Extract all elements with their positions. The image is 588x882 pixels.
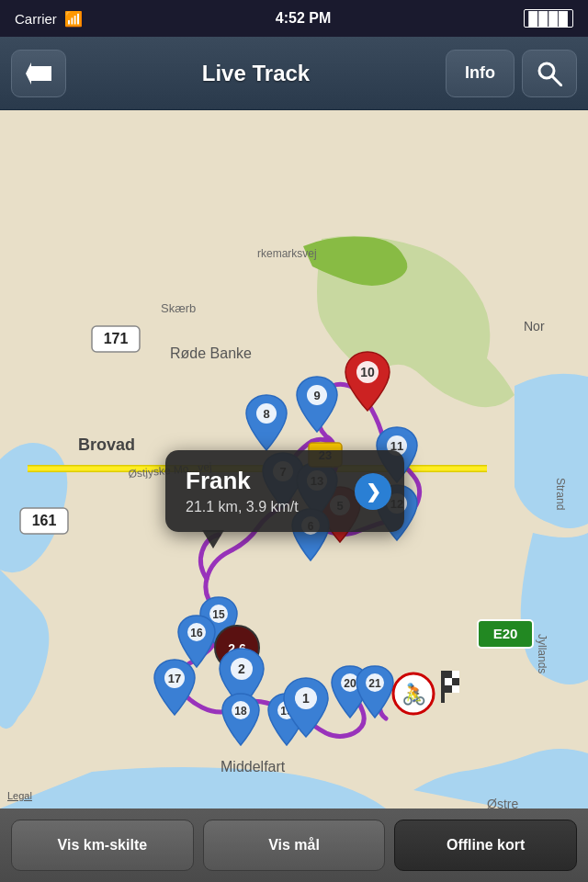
status-carrier: Carrier 📶 [15, 10, 83, 28]
svg-text:Nor: Nor [524, 319, 545, 334]
svg-text:Brovad: Brovad [78, 435, 135, 454]
svg-text:15: 15 [212, 608, 225, 621]
svg-text:Røde Banke: Røde Banke [170, 345, 252, 361]
svg-text:Strand: Strand [554, 478, 567, 510]
svg-text:Middelfart: Middelfart [220, 759, 286, 775]
search-icon [537, 61, 562, 86]
svg-text:18: 18 [234, 705, 247, 718]
wifi-icon: 📶 [64, 10, 83, 28]
status-bar: Carrier 📶 4:52 PM ████ [0, 0, 588, 37]
svg-marker-0 [26, 62, 51, 85]
status-time: 4:52 PM [276, 10, 331, 27]
back-button[interactable] [11, 50, 66, 97]
svg-text:10: 10 [360, 365, 375, 379]
nav-bar: Live Track Info [0, 37, 588, 110]
svg-text:8: 8 [263, 407, 269, 421]
status-battery: ████ [524, 9, 573, 28]
nav-right-buttons: Info [446, 50, 577, 97]
carrier-label: Carrier [15, 11, 57, 27]
bottom-bar: Vis km-skilte Vis mål Offline kort [0, 808, 588, 882]
legal-text[interactable]: Legal [7, 790, 32, 801]
svg-rect-65 [445, 678, 452, 685]
svg-text:21: 21 [368, 677, 381, 690]
svg-rect-62 [441, 671, 445, 703]
svg-line-2 [552, 76, 561, 85]
svg-text:17: 17 [168, 672, 181, 685]
map-container[interactable]: 171 161 E20 Brovad Røde Banke Middelfart… [0, 110, 588, 808]
info-button[interactable]: Info [446, 50, 514, 97]
back-icon [26, 62, 51, 85]
svg-text:16: 16 [190, 627, 203, 639]
svg-text:2: 2 [238, 662, 245, 676]
battery-icon: ████ [524, 9, 573, 28]
popup-info: 21.1 km, 3.9 km/t [186, 499, 349, 515]
svg-text:Skærb: Skærb [161, 301, 196, 315]
popup-arrow-button[interactable]: ❯ [355, 473, 391, 510]
svg-text:rkemarksvej: rkemarksvej [257, 247, 317, 260]
svg-text:Østre: Østre [487, 797, 518, 808]
search-button[interactable] [522, 50, 577, 97]
svg-rect-63 [445, 671, 452, 678]
popup-name: Frank [186, 467, 349, 495]
svg-text:1: 1 [302, 691, 310, 706]
track-popup[interactable]: Frank 21.1 km, 3.9 km/t ❯ [165, 450, 404, 532]
svg-text:171: 171 [104, 331, 129, 346]
svg-text:161: 161 [32, 513, 57, 528]
svg-text:9: 9 [313, 389, 320, 402]
svg-text:20: 20 [344, 677, 356, 690]
svg-rect-66 [452, 678, 459, 685]
svg-rect-67 [445, 685, 452, 693]
svg-text:Jyllands: Jyllands [536, 634, 548, 673]
svg-text:E20: E20 [493, 626, 518, 641]
vis-km-skilte-button[interactable]: Vis km-skilte [11, 820, 194, 871]
svg-rect-68 [452, 685, 459, 693]
vis-maal-button[interactable]: Vis mål [203, 820, 386, 871]
page-title: Live Track [202, 61, 310, 86]
svg-rect-64 [452, 671, 459, 678]
offline-kort-button[interactable]: Offline kort [394, 820, 577, 871]
svg-text:🚴: 🚴 [401, 682, 427, 707]
